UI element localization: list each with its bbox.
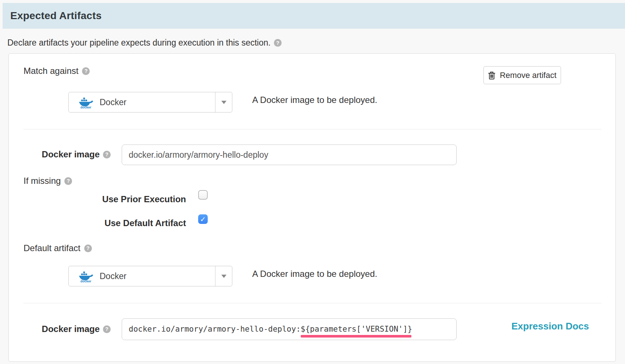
default-artifact-kind-description: A Docker image to be deployed. <box>252 269 377 279</box>
if-missing-label: If missing <box>24 176 61 186</box>
docker-image-input[interactable] <box>122 144 457 165</box>
artifact-kind-select[interactable]: docker Docker <box>68 92 232 113</box>
artifact-kind-selected-option: docker Docker <box>69 92 215 112</box>
default-docker-image-input[interactable]: docker.io/armory/armory-hello-deploy: ${… <box>122 318 457 340</box>
help-icon[interactable]: ? <box>84 245 92 252</box>
docker-image-label: Docker image <box>42 149 100 160</box>
image-value-expression: ${parameters['VERSION']} <box>301 325 412 333</box>
use-default-artifact-checkbox[interactable]: ✓ <box>198 214 208 224</box>
select-arrow-button[interactable] <box>215 92 232 112</box>
artifact-kind-description: A Docker image to be deployed. <box>252 95 377 105</box>
help-icon[interactable]: ? <box>82 67 90 75</box>
remove-artifact-label: Remove artifact <box>500 71 556 80</box>
check-icon: ✓ <box>200 216 206 223</box>
section-header: Expected Artifacts <box>3 3 625 29</box>
use-prior-execution-checkbox[interactable]: ✓ <box>198 190 208 200</box>
if-missing-label-row: If missing ? <box>24 176 72 186</box>
image-value-prefix: docker.io/armory/armory-hello-deploy: <box>129 325 301 333</box>
chevron-down-icon <box>221 101 226 104</box>
use-default-artifact-label: Use Default Artifact <box>60 217 186 229</box>
default-docker-image-label-row: Docker image ? <box>24 323 111 335</box>
page-title: Expected Artifacts <box>10 10 101 22</box>
help-icon[interactable]: ? <box>274 39 282 47</box>
default-docker-image-label: Docker image <box>42 324 100 334</box>
section-description-text: Declare artifacts your pipeline expects … <box>7 38 271 48</box>
svg-text:docker: docker <box>81 106 92 109</box>
help-icon[interactable]: ? <box>64 177 72 185</box>
docker-logo-icon: docker <box>78 270 94 283</box>
default-artifact-label-row: Default artifact ? <box>24 243 92 253</box>
default-artifact-label: Default artifact <box>24 243 81 253</box>
remove-artifact-button[interactable]: Remove artifact <box>483 66 561 84</box>
svg-text:docker: docker <box>81 279 92 283</box>
artifact-kind-value: Docker <box>100 97 126 107</box>
default-artifact-kind-value: Docker <box>100 271 126 281</box>
default-artifact-kind-select[interactable]: docker Docker <box>68 266 232 286</box>
docker-image-label-row: Docker image ? <box>24 149 111 160</box>
default-artifact-kind-selected-option: docker Docker <box>69 266 215 286</box>
select-arrow-button[interactable] <box>215 266 232 286</box>
match-against-label: Match against <box>24 66 78 76</box>
expected-artifact-card: Match against ? Remove artifact do <box>8 53 616 362</box>
match-against-label-row: Match against ? <box>24 66 90 76</box>
docker-logo-icon: docker <box>78 96 94 109</box>
section-description: Declare artifacts your pipeline expects … <box>7 38 282 48</box>
use-prior-execution-label: Use Prior Execution <box>60 193 186 205</box>
help-icon[interactable]: ? <box>103 325 111 333</box>
help-icon[interactable]: ? <box>103 151 111 158</box>
divider <box>24 303 601 303</box>
divider <box>24 129 601 129</box>
expression-docs-link[interactable]: Expression Docs <box>511 321 589 332</box>
chevron-down-icon <box>221 275 226 278</box>
trash-icon <box>488 71 496 80</box>
